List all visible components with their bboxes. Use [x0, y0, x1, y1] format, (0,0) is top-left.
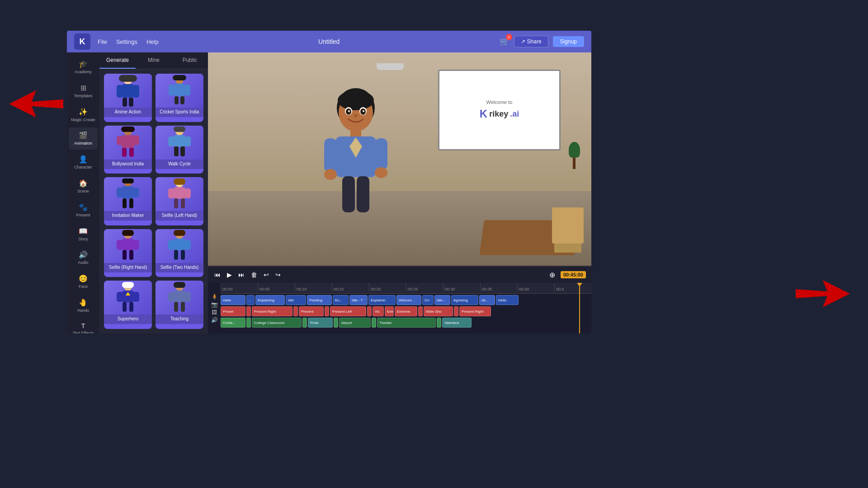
seg-present-right-1[interactable]: Present Right — [252, 306, 292, 316]
cart-button[interactable]: 🛒 0 — [500, 37, 509, 47]
seg-div5[interactable] — [418, 306, 423, 316]
seg-idle-t[interactable]: Idle - T — [349, 295, 368, 305]
tick-45: 00:4 — [554, 283, 591, 291]
card-walk-cycle[interactable]: Walk Cycle — [156, 126, 203, 174]
card-selfie-right[interactable]: Selfie (Right Hand) — [104, 229, 152, 277]
seg-present[interactable]: Present — [299, 306, 324, 316]
animation-segments: Hello ... Explaining Idle Pointing Ex...… — [221, 295, 591, 305]
seg-confe[interactable]: Confe... — [221, 318, 245, 328]
seg-div9[interactable] — [334, 318, 338, 328]
seg-extr[interactable]: Extr — [385, 306, 394, 316]
seg-div7[interactable] — [246, 318, 251, 328]
hands-icon: 🤚 — [79, 298, 88, 307]
seg-dots[interactable]: ... — [246, 295, 255, 305]
seg-explaining-2[interactable]: Explainin — [368, 295, 396, 305]
sidebar-item-story[interactable]: 📖 Story — [69, 223, 98, 245]
seg-div1[interactable] — [246, 306, 251, 316]
sidebar-item-scene[interactable]: 🏠 Scene — [69, 175, 98, 197]
animation-panel: Generate Mine Public — [99, 52, 208, 333]
svg-rect-24 — [174, 127, 185, 132]
sidebar-item-magic-create[interactable]: ✨ Magic Create — [69, 104, 98, 126]
seg-idle-2[interactable]: Idle - — [434, 295, 450, 305]
seg-idi[interactable]: Idi... — [479, 295, 495, 305]
card-invitation-maker[interactable]: Invitation Maker — [104, 177, 152, 225]
seg-hello-2[interactable]: Hello — [496, 295, 519, 305]
delete-button[interactable]: 🗑 — [250, 270, 258, 279]
seg-agreeing[interactable]: Agreeing — [451, 295, 478, 305]
sidebar-item-hands[interactable]: 🤚 Hands — [69, 295, 98, 317]
svg-rect-4 — [122, 84, 134, 98]
card-teaching[interactable]: Teaching — [156, 281, 203, 329]
card-teaching-label: Teaching — [156, 314, 203, 324]
menu-help[interactable]: Help — [146, 38, 159, 45]
sidebar-label-story: Story — [78, 237, 88, 242]
seg-valentine[interactable]: Valentine — [442, 318, 472, 328]
card-selfie-two[interactable]: Selfie (Two Hands) — [156, 229, 203, 277]
card-cricket[interactable]: Cricket Sports India — [156, 74, 203, 122]
sidebar-item-templates[interactable]: ⊞ Templates — [69, 80, 98, 102]
seg-airport[interactable]: Airport — [339, 318, 371, 328]
undo-button[interactable]: ↩ — [263, 270, 270, 279]
seg-div8[interactable] — [302, 318, 307, 328]
seg-ex[interactable]: Ex... — [333, 295, 349, 305]
seg-div6[interactable] — [454, 306, 458, 316]
share-button[interactable]: ↗ Share — [514, 36, 548, 47]
redo-button[interactable]: ↪ — [274, 270, 282, 279]
sidebar-item-text-effects[interactable]: T Text Effects — [69, 319, 98, 333]
card-anime-action[interactable]: Anime Action — [104, 74, 152, 122]
tab-generate[interactable]: Generate — [99, 52, 136, 69]
seg-wide-sho[interactable]: Wide Sho — [424, 306, 453, 316]
seg-vic[interactable]: Vic — [373, 306, 384, 316]
seg-present-right-2[interactable]: Present Right — [459, 306, 491, 316]
app-logo[interactable]: K — [74, 33, 90, 50]
seg-div3[interactable] — [325, 306, 329, 316]
sidebar-item-academy[interactable]: 🎓 Academy — [69, 56, 98, 78]
menu-file[interactable]: File — [98, 38, 107, 45]
play-button[interactable]: ▶ — [226, 270, 233, 279]
svg-rect-71 — [174, 302, 178, 312]
card-superhero[interactable]: Superhero — [104, 281, 152, 329]
seg-preset[interactable]: Preset — [221, 306, 245, 316]
seg-explaining[interactable]: Explaining — [255, 295, 285, 305]
seg-welcom[interactable]: Welcom... — [396, 295, 421, 305]
tab-public[interactable]: Public — [172, 52, 208, 69]
signup-button[interactable]: Signup — [553, 36, 584, 47]
skip-start-button[interactable]: ⏮ — [213, 270, 222, 279]
seg-cri[interactable]: Cri — [422, 295, 434, 305]
camera-track-icon: 📷 — [208, 301, 221, 308]
seg-div10[interactable] — [372, 318, 376, 328]
track-icons-column: 🧍 📷 🖼 🔊 — [208, 283, 221, 333]
seg-div11[interactable] — [437, 318, 441, 328]
sidebar-item-present[interactable]: 🐾 Present — [69, 199, 98, 221]
seg-pointing[interactable]: Pointing — [307, 295, 332, 305]
seg-extreme[interactable]: Extreme — [395, 306, 417, 316]
sidebar-item-face[interactable]: 😊 Face — [69, 271, 98, 293]
card-selfie-left[interactable]: Selfie (Left Hand) — [156, 177, 203, 225]
seg-theater[interactable]: Theater — [377, 318, 436, 328]
seg-hello-1[interactable]: Hello — [221, 295, 245, 305]
menu-settings[interactable]: Settings — [116, 38, 137, 45]
seg-idle[interactable]: Idle — [286, 295, 306, 305]
svg-rect-3 — [119, 75, 137, 82]
svg-rect-32 — [122, 186, 134, 199]
seg-pride[interactable]: Pride — [308, 318, 333, 328]
seg-div4[interactable] — [367, 306, 372, 316]
seg-college[interactable]: College Classroom — [252, 318, 302, 328]
skip-end-button[interactable]: ⏭ — [237, 270, 245, 279]
sidebar-item-character[interactable]: 👤 Character — [69, 151, 98, 174]
card-bollywood[interactable]: Bollywood India — [104, 126, 152, 174]
svg-rect-22 — [129, 148, 134, 157]
text-effects-icon: T — [81, 322, 85, 329]
sidebar-item-audio[interactable]: 🔊 Audio — [69, 247, 98, 269]
tab-mine[interactable]: Mine — [136, 52, 172, 69]
track-scroll-area: 00:00 00:05 00:10 00:15 00:20 00:25 00:3… — [221, 283, 591, 333]
playhead[interactable] — [579, 283, 580, 333]
svg-point-80 — [348, 110, 350, 112]
seg-present-left[interactable]: Present Left — [330, 306, 366, 316]
svg-rect-68 — [174, 291, 185, 302]
zoom-button[interactable]: ⊕ — [548, 270, 556, 280]
seg-div2[interactable] — [293, 306, 298, 316]
sidebar-label-scene: Scene — [77, 189, 89, 194]
sidebar-item-animation[interactable]: 🎬 Animation — [69, 127, 98, 150]
svg-rect-29 — [180, 146, 185, 156]
